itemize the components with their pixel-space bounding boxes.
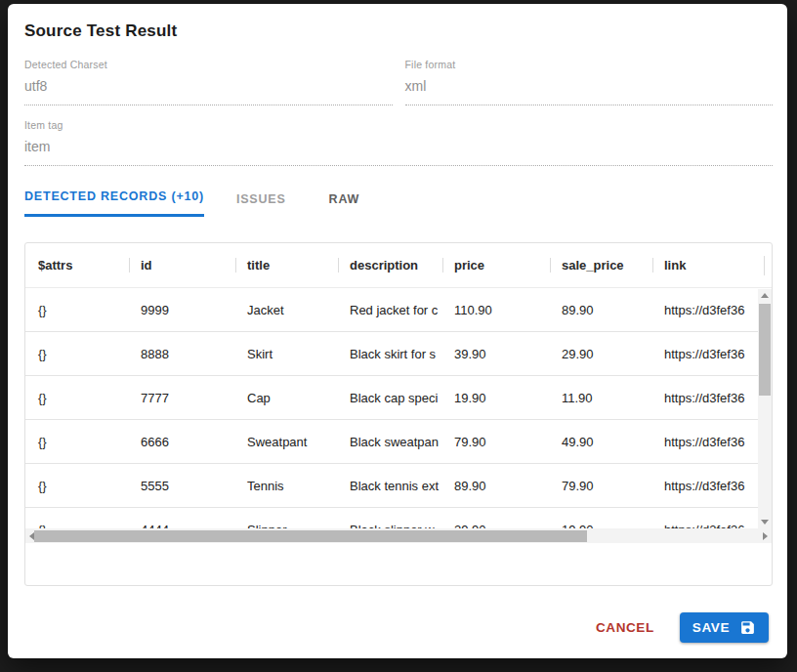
horizontal-scrollbar-thumb[interactable] xyxy=(34,530,587,542)
table-cell: {} xyxy=(25,303,129,317)
table-row: {}6666SweatpantBlack sweatpan79.9049.90h… xyxy=(25,420,772,464)
column-header-link: link xyxy=(652,258,764,273)
table-cell: 5555 xyxy=(129,479,235,493)
table-cell: {} xyxy=(25,435,129,449)
source-test-result-dialog: Source Test Result Detected Charset utf8… xyxy=(8,4,787,658)
field-file-format: File format xml xyxy=(405,59,774,105)
table-cell: Black tennis ext xyxy=(338,479,442,493)
table-cell: Black cap speci xyxy=(338,391,442,405)
scroll-right-icon[interactable] xyxy=(759,528,772,543)
tab-raw[interactable]: RAW xyxy=(329,185,360,217)
dialog-title: Source Test Result xyxy=(24,21,773,41)
table-cell: 79.90 xyxy=(550,479,652,493)
table-cell: {} xyxy=(25,479,129,493)
column-header-id: id xyxy=(129,258,235,273)
field-value: item xyxy=(24,139,773,166)
table-cell: {} xyxy=(25,391,129,405)
field-label: File format xyxy=(405,59,774,70)
table-row: {}5555TennisBlack tennis ext89.9079.90ht… xyxy=(25,464,772,508)
table-cell: Sweatpant xyxy=(235,435,338,449)
field-label: Detected Charset xyxy=(24,59,393,70)
table-cell: 19.90 xyxy=(442,391,550,405)
table-cell: https://d3fef36 xyxy=(652,479,764,493)
table-header-row: $attrsidtitledescriptionpricesale_pricel… xyxy=(25,243,772,288)
scroll-up-icon[interactable] xyxy=(758,289,772,302)
table-cell: 89.90 xyxy=(442,479,550,493)
field-detected-charset: Detected Charset utf8 xyxy=(24,59,393,105)
field-value: xml xyxy=(405,78,774,105)
save-button-label: SAVE xyxy=(692,620,730,635)
tab-detected-records[interactable]: DETECTED RECORDS (+10) xyxy=(24,182,204,217)
column-header-description: description xyxy=(338,258,442,273)
column-header-sale_price: sale_price xyxy=(550,258,652,273)
table-cell: https://d3fef36 xyxy=(652,435,764,449)
field-label: Item tag xyxy=(24,119,773,131)
table-cell: Jacket xyxy=(235,303,338,317)
table-cell: Tennis xyxy=(235,479,338,493)
table-cell: Black sweatpan xyxy=(338,435,442,449)
column-header-title: title xyxy=(235,258,338,273)
table-cell: https://d3fef36 xyxy=(652,303,764,317)
table-cell: 89.90 xyxy=(550,303,652,317)
table-cell: Skirt xyxy=(235,347,338,361)
table-cell: 6666 xyxy=(129,435,235,449)
table-cell: Black skirt for s xyxy=(338,347,442,361)
table-cell: Red jacket for c xyxy=(338,303,442,317)
table-cell: Cap xyxy=(235,391,338,405)
tab-issues[interactable]: ISSUES xyxy=(236,185,286,217)
table-cell: 11.90 xyxy=(550,391,652,405)
field-item-tag: Item tag item xyxy=(24,119,773,166)
table-cell: 8888 xyxy=(129,347,235,361)
table-cell: 110.90 xyxy=(442,303,550,317)
table-cell: {} xyxy=(25,347,129,361)
save-button[interactable]: SAVE xyxy=(680,612,769,643)
table-cell: 9999 xyxy=(129,303,235,317)
table-cell: https://d3fef36 xyxy=(652,391,764,405)
column-header-price: price xyxy=(442,258,550,273)
table-cell: 29.90 xyxy=(550,347,652,361)
table-row: {}9999JacketRed jacket for c110.9089.90h… xyxy=(25,288,772,332)
records-table: $attrsidtitledescriptionpricesale_pricel… xyxy=(24,242,773,586)
table-cell: 79.90 xyxy=(442,435,550,449)
tab-bar: DETECTED RECORDS (+10) ISSUES RAW xyxy=(24,182,773,217)
table-row: {}7777CapBlack cap speci19.9011.90https:… xyxy=(25,376,772,420)
table-cell: 7777 xyxy=(129,391,235,405)
table-cell: 49.90 xyxy=(550,435,652,449)
table-body: {}9999JacketRed jacket for c110.9089.90h… xyxy=(25,288,772,528)
dialog-actions: CANCEL SAVE xyxy=(24,612,773,651)
vertical-scrollbar[interactable] xyxy=(758,289,772,528)
column-divider xyxy=(764,256,765,275)
save-icon xyxy=(739,619,756,636)
table-row: {}8888SkirtBlack skirt for s39.9029.90ht… xyxy=(25,332,772,376)
cancel-button[interactable]: CANCEL xyxy=(596,620,654,635)
table-cell: 39.90 xyxy=(442,347,550,361)
table-row: {}4444SlipperBlack slipper w29.9019.90ht… xyxy=(25,508,772,528)
vertical-scrollbar-thumb[interactable] xyxy=(759,304,771,396)
table-cell: https://d3fef36 xyxy=(652,347,764,361)
field-value: utf8 xyxy=(24,78,393,105)
fields-row: Detected Charset utf8 File format xml xyxy=(24,59,773,105)
horizontal-scrollbar[interactable] xyxy=(25,528,772,543)
scroll-down-icon[interactable] xyxy=(758,516,772,528)
column-header-attrs: $attrs xyxy=(25,258,129,273)
